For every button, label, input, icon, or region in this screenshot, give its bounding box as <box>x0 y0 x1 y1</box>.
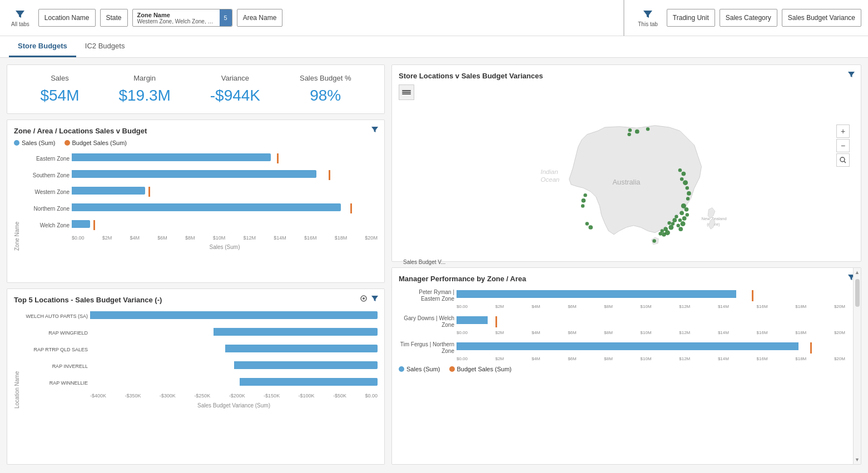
top5-chart-title: Top 5 Locations - Sales Budget Variance … <box>14 296 378 304</box>
location-name-filter[interactable]: Location Name <box>38 9 96 27</box>
zone-bar-chart: Zone Name Eastern Zone Southern Zone <box>14 151 378 251</box>
australia-map-container[interactable]: Indian Ocean New Zealand (outline) Austr… <box>399 102 854 252</box>
svg-point-15 <box>678 218 682 222</box>
area-name-filter[interactable]: Area Name <box>237 9 283 27</box>
bar-row-eastern: Eastern Zone <box>22 151 378 166</box>
eastern-sales-bar <box>72 153 271 161</box>
welch-sales-bar <box>72 220 90 228</box>
sales-budget-variance-filter[interactable]: Sales Budget Variance <box>782 9 861 27</box>
tim-fergus-sales-bar <box>457 342 798 350</box>
filter-bar-left: All tabs Location Name State Zone Name W… <box>7 7 614 29</box>
svg-line-47 <box>844 161 846 163</box>
left-column: Sales $54M Margin $19.3M Variance -$944K… <box>7 64 385 465</box>
svg-text:Australia: Australia <box>613 178 641 186</box>
southern-budget-marker <box>329 170 330 180</box>
this-tab-label: This tab <box>638 21 658 27</box>
map-zoom-in-button[interactable]: + <box>836 125 850 138</box>
svg-point-45 <box>652 239 656 242</box>
svg-text:Ocean: Ocean <box>540 176 559 183</box>
svg-point-14 <box>682 216 687 221</box>
trading-unit-filter[interactable]: Trading Unit <box>667 9 715 27</box>
northern-sales-bar <box>72 203 341 211</box>
map-layers-icon[interactable] <box>399 84 414 100</box>
western-budget-marker <box>148 187 150 197</box>
this-tab-button[interactable]: This tab <box>633 7 662 29</box>
zone-chart-filter-icon[interactable] <box>371 126 379 135</box>
tabs-bar: Store Budgets IC2 Budgets <box>0 36 868 58</box>
zone-chart-card: Zone / Area / Locations Sales v Budget S… <box>7 120 385 283</box>
top5-bar-rap-wingfield: RAP WINGFIELD <box>21 325 378 340</box>
svg-point-18 <box>678 227 683 231</box>
northern-budget-marker <box>350 203 352 213</box>
gary-downs-sales-bar <box>457 316 488 324</box>
map-legend-title: Sales Budget V... <box>403 259 850 265</box>
sales-category-filter[interactable]: Sales Category <box>720 9 777 27</box>
svg-rect-2 <box>402 93 411 94</box>
svg-point-20 <box>672 218 677 222</box>
manager-budget-legend-dot <box>449 366 455 372</box>
svg-point-22 <box>668 225 673 230</box>
svg-point-37 <box>635 130 639 134</box>
map-zoom-controls: + − <box>836 125 850 167</box>
tab-store-budgets[interactable]: Store Budgets <box>9 36 76 57</box>
top5-bar-welch-auto: WELCH AUTO PARTS (SA) <box>21 308 378 323</box>
filter-bar-right: This tab Trading Unit Sales Category Sal… <box>633 7 861 29</box>
manager-chart-card: Manager Performance by Zone / Area ▲ ▼ P… <box>391 267 861 465</box>
scroll-up-arrow[interactable]: ▲ <box>853 268 861 277</box>
top5-y-axis-label: Location Name <box>14 308 20 409</box>
australia-map-svg: Indian Ocean New Zealand (outline) Austr… <box>399 102 854 252</box>
kpi-card: Sales $54M Margin $19.3M Variance -$944K… <box>7 64 385 114</box>
budget-legend-dot <box>65 140 70 146</box>
svg-point-39 <box>583 193 587 197</box>
scroll-thumb <box>855 279 860 307</box>
bar-row-western: Western Zone <box>22 184 378 200</box>
svg-point-32 <box>683 180 688 185</box>
svg-point-23 <box>667 221 671 225</box>
tim-fergus-budget-marker <box>810 342 812 353</box>
gary-downs-budget-marker <box>495 316 497 327</box>
zone-name-title: Zone Name <box>137 12 215 18</box>
svg-point-30 <box>682 172 686 176</box>
svg-point-13 <box>686 213 689 216</box>
svg-point-46 <box>840 157 845 162</box>
map-filter-icon[interactable] <box>847 71 855 80</box>
svg-point-19 <box>674 215 678 218</box>
zone-name-filter[interactable]: Zone Name Western Zone, Welch Zone, Sout… <box>132 9 232 27</box>
southern-sales-bar <box>72 170 316 178</box>
svg-point-12 <box>679 211 684 215</box>
top5-x-ticks: -$400K -$350K -$300K -$250K -$200K -$150… <box>90 392 378 400</box>
svg-point-28 <box>658 232 662 235</box>
bar-row-northern: Northern Zone <box>22 201 378 216</box>
top5-bar-rap-rtrp: RAP RTRP QLD SALES <box>21 342 378 357</box>
scroll-down-arrow[interactable]: ▼ <box>853 455 861 464</box>
zone-x-axis-label: Sales (Sum) <box>72 244 378 250</box>
svg-point-27 <box>662 232 666 237</box>
manager-gary-downs: Gary Downs | Welch Zone $0.00 $2M $4M $6… <box>399 313 845 335</box>
zone-y-axis-label: Zone Name <box>14 151 20 251</box>
manager-chart-title: Manager Performance by Zone / Area <box>399 275 854 283</box>
sales-legend-dot <box>14 140 19 146</box>
map-card: Store Locations v Sales Budget Variances <box>391 64 861 262</box>
tab-ic2-budgets[interactable]: IC2 Budgets <box>76 36 134 57</box>
manager-sales-legend-dot <box>399 366 404 372</box>
manager-scrollbar[interactable]: ▲ ▼ <box>853 268 861 464</box>
map-zoom-out-button[interactable]: − <box>836 139 850 152</box>
right-column: Store Locations v Sales Budget Variances <box>391 64 861 465</box>
manager-tim-fergus: Tim Fergus | Northern Zone $0.00 $2M $4M… <box>399 340 845 361</box>
top5-chart-settings-icon[interactable] <box>360 295 368 304</box>
svg-point-40 <box>582 198 586 203</box>
top5-chart-filter-icon[interactable] <box>371 295 379 304</box>
bar-row-welch: Welch Zone <box>22 217 378 233</box>
svg-point-44 <box>627 133 631 136</box>
eastern-budget-marker <box>277 153 279 163</box>
svg-point-34 <box>687 191 691 196</box>
zone-chart-legend: Sales (Sum) Budget Sales (Sum) <box>14 140 378 146</box>
map-search-button[interactable] <box>836 153 850 167</box>
state-filter[interactable]: State <box>100 9 128 27</box>
kpi-sales: Sales $54M <box>40 74 79 104</box>
all-tabs-label: All tabs <box>11 21 29 27</box>
main-content: Sales $54M Margin $19.3M Variance -$944K… <box>0 58 868 471</box>
all-tabs-button[interactable]: All tabs <box>7 7 34 29</box>
kpi-variance: Variance -$944K <box>210 74 260 104</box>
top5-bar-rap-inverell: RAP INVERELL <box>21 359 378 374</box>
